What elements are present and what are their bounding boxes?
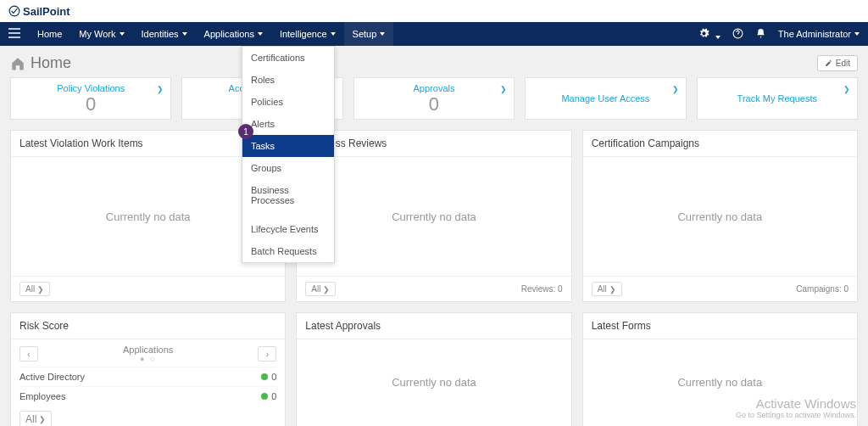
dropdown-roles[interactable]: Roles xyxy=(242,69,334,91)
dropdown-separator xyxy=(242,211,334,218)
nav-setup[interactable]: Setup xyxy=(344,22,394,46)
risk-next-button[interactable]: › xyxy=(258,346,276,362)
home-icon xyxy=(10,56,25,71)
stat-link: Track My Requests xyxy=(706,83,849,114)
dropdown-batch-requests[interactable]: Batch Requests xyxy=(242,240,334,262)
dropdown-groups[interactable]: Groups xyxy=(242,157,334,179)
caret-down-icon xyxy=(715,36,721,39)
nav-my-work[interactable]: My Work xyxy=(70,22,132,46)
dropdown-policies[interactable]: Policies xyxy=(242,91,334,113)
pager-dots: ● ○ xyxy=(38,355,258,363)
nav-applications[interactable]: Applications xyxy=(196,22,271,46)
annotation-badge-1: 1 xyxy=(238,124,253,139)
nav-home[interactable]: Home xyxy=(29,22,70,46)
chevron-right-icon: ❯ xyxy=(157,85,164,93)
setup-dropdown: Certifications Roles Policies Alerts Tas… xyxy=(242,46,335,263)
brand-bar: SailPoint xyxy=(0,0,868,22)
pencil-icon xyxy=(825,59,832,67)
caret-down-icon xyxy=(120,32,125,36)
panel-empty: Currently no data xyxy=(583,339,857,424)
panel-empty: Currently no data xyxy=(297,157,570,276)
risk-group: Applications xyxy=(38,345,258,355)
risk-row-ad[interactable]: Active Directory 0 xyxy=(19,367,276,386)
brand-name: SailPoint xyxy=(23,5,70,18)
panel-title: Risk Score xyxy=(11,313,285,339)
stat-link: Manage User Access xyxy=(534,83,676,114)
dropdown-alerts[interactable]: Alerts xyxy=(242,113,334,135)
gear-icon[interactable] xyxy=(698,28,721,41)
svg-point-0 xyxy=(9,6,19,16)
nav-intelligence[interactable]: Intelligence xyxy=(271,22,344,46)
panel-certification-campaigns: Certification Campaigns Currently no dat… xyxy=(582,130,858,302)
panel-title: Certification Campaigns xyxy=(583,131,857,157)
edit-button[interactable]: Edit xyxy=(817,55,858,71)
caret-down-icon xyxy=(258,32,263,36)
stat-title: Approvals xyxy=(363,83,505,93)
stat-approvals[interactable]: Approvals 0 ❯ xyxy=(353,77,515,120)
chevron-right-icon: ❯ xyxy=(672,85,679,93)
brand-icon xyxy=(8,5,20,17)
stat-value: 0 xyxy=(19,93,162,115)
panel-latest-forms: Latest Forms Currently no data xyxy=(582,312,858,426)
stat-track-my-requests[interactable]: Track My Requests ❯ xyxy=(697,77,858,120)
campaigns-count: Campaigns: 0 xyxy=(796,284,849,294)
panel-latest-approvals: Latest Approvals Currently no data xyxy=(296,312,571,426)
dropdown-certifications[interactable]: Certifications xyxy=(242,47,334,69)
chevron-right-icon: ❯ xyxy=(843,85,850,93)
caret-down-icon xyxy=(182,32,187,36)
filter-all-button[interactable]: All❯ xyxy=(19,411,52,426)
risk-prev-button[interactable]: ‹ xyxy=(19,346,38,362)
caret-down-icon xyxy=(331,32,336,36)
caret-down-icon xyxy=(380,32,385,36)
panel-risk-score: Risk Score ‹ Applications ● ○ › Active D… xyxy=(10,312,286,426)
filter-all-button[interactable]: All❯ xyxy=(19,282,50,296)
bell-icon[interactable] xyxy=(755,28,766,41)
risk-score-value: 0 xyxy=(271,372,276,382)
risk-name: Employees xyxy=(19,391,65,401)
menu-icon[interactable] xyxy=(0,28,29,40)
panel-access-reviews: y Access Reviews Currently no data All❯ … xyxy=(296,130,571,302)
panel-title: Latest Approvals xyxy=(297,313,570,339)
risk-name: Active Directory xyxy=(19,372,85,382)
stat-manage-user-access[interactable]: Manage User Access ❯ xyxy=(525,77,686,120)
risk-row-employees[interactable]: Employees 0 xyxy=(19,386,276,406)
dropdown-tasks[interactable]: Tasks xyxy=(242,135,334,157)
risk-score-value: 0 xyxy=(271,391,276,401)
panel-title: y Access Reviews xyxy=(297,131,570,157)
dropdown-lifecycle-events[interactable]: Lifecycle Events xyxy=(242,218,334,240)
stat-title: Policy Violations xyxy=(19,83,162,93)
status-dot-icon xyxy=(261,373,268,380)
nav-user[interactable]: The Administrator xyxy=(778,22,860,46)
status-dot-icon xyxy=(261,393,268,400)
page-title: Home xyxy=(10,54,71,72)
stat-policy-violations[interactable]: Policy Violations 0 ❯ xyxy=(10,77,171,120)
nav-identities[interactable]: Identities xyxy=(133,22,196,46)
stat-value: 0 xyxy=(363,93,505,115)
panel-title: Latest Forms xyxy=(583,313,857,339)
panel-empty: Currently no data xyxy=(297,339,570,424)
panel-empty: Currently no data xyxy=(583,157,857,276)
dropdown-business-processes[interactable]: Business Processes xyxy=(242,179,334,211)
reviews-count: Reviews: 0 xyxy=(521,284,563,294)
chevron-right-icon: ❯ xyxy=(500,85,507,93)
filter-all-button[interactable]: All❯ xyxy=(305,282,336,296)
main-nav: Home My Work Identities Applications Int… xyxy=(0,22,868,46)
help-icon[interactable] xyxy=(732,28,743,41)
caret-down-icon xyxy=(854,32,860,36)
filter-all-button[interactable]: All❯ xyxy=(592,282,622,296)
